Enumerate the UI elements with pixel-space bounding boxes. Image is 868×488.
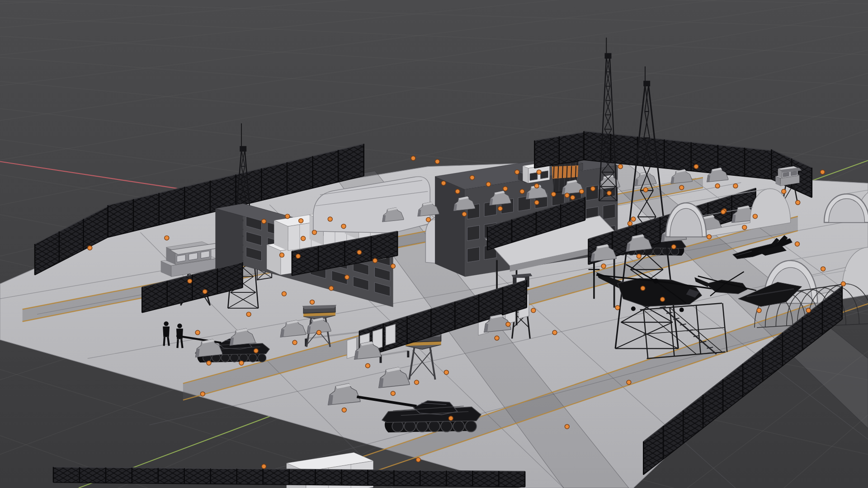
origin-point[interactable] (627, 380, 631, 385)
origin-point[interactable] (316, 330, 321, 335)
origin-point[interactable] (531, 308, 536, 313)
origin-point[interactable] (341, 224, 346, 229)
origin-point[interactable] (618, 164, 623, 169)
origin-point[interactable] (782, 189, 786, 194)
origin-point[interactable] (188, 279, 192, 283)
origin-point[interactable] (357, 250, 362, 254)
origin-point[interactable] (757, 308, 761, 313)
origin-point[interactable] (841, 282, 845, 286)
origin-point[interactable] (503, 187, 508, 191)
origin-point[interactable] (643, 188, 648, 192)
origin-point[interactable] (203, 289, 207, 294)
origin-point[interactable] (310, 300, 315, 305)
origin-point[interactable] (565, 424, 569, 429)
origin-point[interactable] (254, 348, 258, 353)
origin-point[interactable] (301, 236, 306, 241)
origin-point[interactable] (795, 242, 800, 246)
origin-point[interactable] (328, 217, 332, 221)
origin-point[interactable] (207, 361, 211, 365)
origin-point[interactable] (565, 193, 569, 197)
origin-point[interactable] (571, 195, 575, 200)
origin-point[interactable] (312, 230, 317, 235)
origin-point[interactable] (444, 370, 448, 375)
origin-point[interactable] (299, 219, 303, 223)
origin-point[interactable] (342, 408, 346, 412)
origin-point[interactable] (391, 391, 395, 396)
origin-point[interactable] (411, 156, 415, 160)
scene-canvas[interactable] (0, 0, 868, 488)
origin-point[interactable] (534, 184, 539, 188)
origin-point[interactable] (534, 200, 539, 205)
origin-point[interactable] (239, 361, 244, 365)
origin-point[interactable] (721, 210, 726, 214)
origin-point[interactable] (200, 392, 205, 396)
origin-point[interactable] (820, 170, 825, 174)
origin-point[interactable] (279, 253, 284, 258)
viewport-3d[interactable] (0, 0, 868, 488)
origin-point[interactable] (506, 322, 510, 327)
origin-point[interactable] (580, 189, 584, 194)
origin-point[interactable] (733, 184, 738, 188)
origin-point[interactable] (365, 363, 370, 368)
origin-point[interactable] (292, 340, 297, 345)
origin-point[interactable] (796, 200, 800, 205)
origin-point[interactable] (296, 254, 300, 258)
origin-point[interactable] (552, 192, 556, 197)
origin-point[interactable] (435, 160, 439, 164)
origin-point[interactable] (462, 212, 467, 216)
origin-point[interactable] (373, 258, 377, 263)
origin-point[interactable] (753, 214, 757, 219)
origin-point[interactable] (285, 214, 290, 219)
origin-point[interactable] (552, 330, 557, 335)
origin-point[interactable] (627, 221, 632, 226)
origin-point[interactable] (821, 267, 826, 271)
origin-point[interactable] (715, 184, 720, 188)
origin-point[interactable] (660, 297, 665, 302)
origin-point[interactable] (679, 185, 684, 190)
origin-point[interactable] (637, 254, 641, 258)
origin-point[interactable] (806, 308, 811, 313)
origin-point[interactable] (426, 217, 431, 222)
origin-point[interactable] (455, 189, 460, 194)
origin-point[interactable] (694, 164, 698, 169)
origin-point[interactable] (262, 219, 266, 224)
origin-point[interactable] (515, 170, 519, 174)
origin-point[interactable] (498, 206, 503, 211)
origin-point[interactable] (416, 458, 420, 462)
origin-point[interactable] (520, 189, 524, 194)
origin-point[interactable] (486, 182, 491, 187)
origin-point[interactable] (470, 175, 474, 180)
origin-point[interactable] (246, 312, 251, 317)
origin-point[interactable] (607, 191, 612, 195)
origin-point[interactable] (590, 187, 595, 191)
origin-point[interactable] (671, 244, 676, 249)
origin-point[interactable] (345, 275, 349, 280)
origin-point[interactable] (448, 416, 453, 421)
origin-point[interactable] (707, 235, 712, 239)
origin-point[interactable] (537, 170, 541, 174)
origin-point[interactable] (391, 264, 395, 268)
origin-point[interactable] (441, 181, 446, 185)
origin-point[interactable] (282, 291, 286, 296)
origin-point[interactable] (495, 336, 499, 340)
origin-point[interactable] (742, 225, 747, 230)
origin-point[interactable] (601, 264, 606, 268)
origin-point[interactable] (195, 330, 200, 335)
origin-point[interactable] (329, 286, 334, 291)
origin-point[interactable] (641, 286, 645, 291)
origin-point[interactable] (262, 464, 266, 469)
origin-point[interactable] (88, 246, 92, 250)
origin-point[interactable] (415, 380, 419, 385)
origin-point[interactable] (631, 217, 636, 221)
origin-point[interactable] (615, 305, 620, 310)
origin-point[interactable] (165, 236, 169, 240)
